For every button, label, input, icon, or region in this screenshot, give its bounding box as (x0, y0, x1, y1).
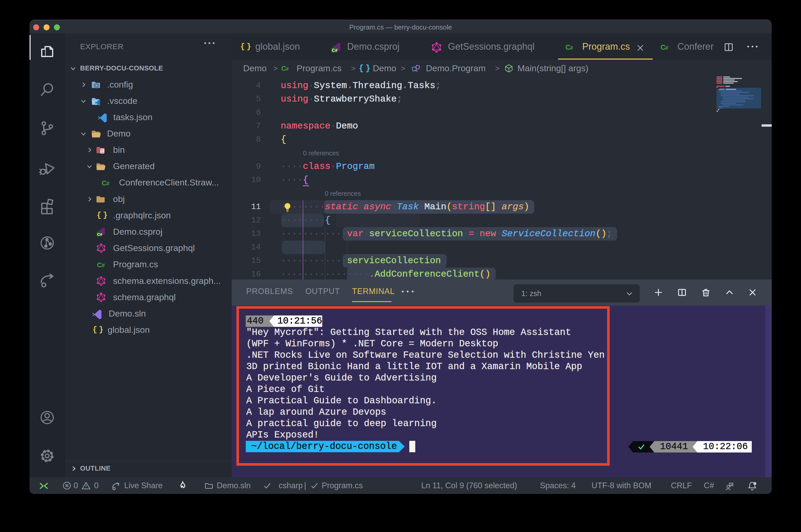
svg-text:C: C (102, 179, 107, 187)
svg-text:#: # (102, 262, 105, 269)
svg-text:#: # (665, 44, 668, 51)
svg-text:10: 10 (101, 151, 104, 154)
svg-text:C#: C# (97, 232, 103, 236)
svg-text:C: C (97, 261, 102, 269)
svg-text:#: # (106, 180, 109, 187)
svg-text:#: # (570, 44, 573, 51)
svg-text:C: C (565, 43, 570, 51)
svg-text:C#: C# (332, 48, 338, 53)
svg-text:#: # (286, 66, 289, 72)
svg-text:C: C (660, 43, 666, 51)
